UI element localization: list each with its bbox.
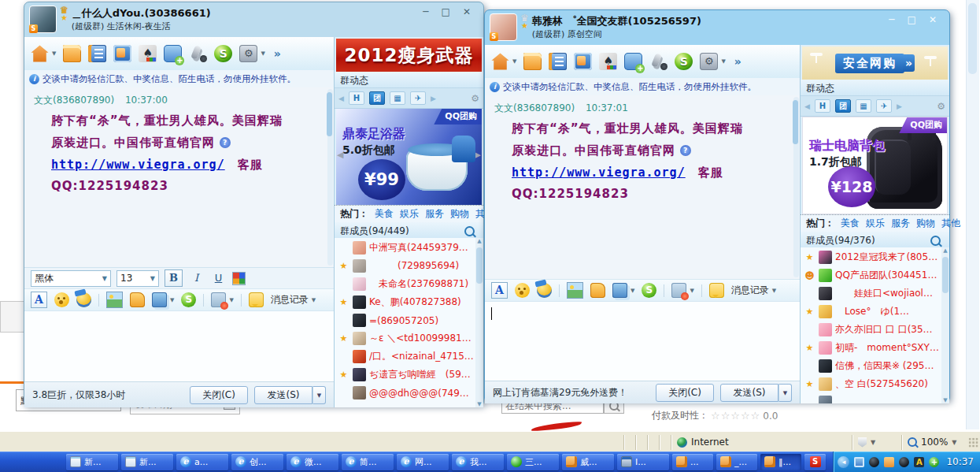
groupbuy-ad[interactable]: QQ团购 瑞士电脑背包 1.7折包邮 ¥128 — [802, 117, 948, 214]
member-row[interactable]: 娃娃口<wojiaol… — [802, 284, 940, 303]
scrollbar-thumb[interactable] — [476, 247, 483, 284]
resize-grip[interactable] — [968, 437, 978, 448]
font-color-icon[interactable] — [232, 272, 246, 285]
font-size-select[interactable]: 13 ▼ — [116, 270, 159, 287]
qq-penguin-icon[interactable] — [899, 457, 909, 467]
member-row[interactable]: ★Ke、鹏(407827388) — [336, 293, 474, 311]
tab-group-buy[interactable]: 团 — [369, 91, 385, 105]
message-input[interactable] — [485, 302, 800, 381]
taskbar-button[interactable]: e简... — [342, 454, 394, 470]
member-row[interactable]: ★ (729895694) — [336, 257, 474, 275]
chevron-down-icon[interactable]: ▼ — [312, 297, 316, 303]
send-options-icon[interactable]: ▼ — [778, 384, 792, 402]
chat-scrollbar[interactable] — [793, 97, 799, 277]
member-row[interactable]: ★初晴- moment°SXY(9… — [802, 339, 940, 357]
member-list[interactable]: 中洲写真(2445937922) ★ (729895694) 未命名(23769… — [335, 238, 483, 407]
hot-link-fun[interactable]: 娱乐 — [400, 207, 419, 221]
share-folder-icon[interactable] — [63, 45, 81, 62]
close-button[interactable]: ✕ — [463, 6, 471, 17]
hot-link-service[interactable]: 服务 — [425, 207, 444, 221]
tab-scroll-left-icon[interactable]: ◀ — [804, 102, 810, 110]
qq-service-icon[interactable] — [675, 53, 693, 70]
message-records-icon[interactable] — [249, 292, 264, 307]
taskbar-button[interactable]: e微... — [287, 454, 338, 470]
games-icon[interactable] — [599, 53, 617, 70]
taskbar-button[interactable]: 新... — [66, 454, 118, 470]
tray-collapse-icon[interactable]: ◂ — [838, 456, 849, 468]
member-search-icon[interactable] — [930, 236, 941, 246]
member-row[interactable]: 未命名(237698871) — [336, 275, 474, 293]
input-method-icon[interactable]: A — [914, 457, 924, 467]
group-avatar[interactable]: S — [490, 13, 517, 41]
member-list-icon[interactable] — [549, 53, 567, 70]
member-row[interactable]: ★2012皇冠我来了(8053110… — [802, 248, 940, 266]
create-chat-icon[interactable] — [164, 45, 182, 62]
tab-travel-icon[interactable]: ✈ — [876, 99, 892, 113]
member-row[interactable]: @@@dh@@@(749824912) — [336, 384, 474, 402]
hot-link-shopping[interactable]: 购物 — [916, 217, 935, 230]
chevron-down-icon[interactable]: ▼ — [52, 50, 56, 57]
send-file-icon[interactable] — [590, 283, 605, 298]
send-button[interactable]: 发送(S) — [720, 384, 778, 402]
scroll-down-icon[interactable]: ▼ — [477, 401, 481, 407]
member-scrollbar[interactable]: ▲▼ — [475, 238, 483, 407]
taskbar-button[interactable]: 威... — [562, 454, 614, 470]
nudge-icon[interactable] — [211, 292, 226, 307]
magic-emoticon-icon[interactable] — [537, 283, 552, 298]
member-search-icon[interactable] — [464, 226, 475, 236]
security-shield-icon[interactable]: + — [929, 457, 939, 467]
group-avatar[interactable]: S — [29, 6, 57, 33]
hot-link-fun[interactable]: 娱乐 — [866, 217, 885, 230]
member-row[interactable]: =(869057205) — [336, 311, 474, 329]
taskbar-button[interactable]: e网... — [397, 454, 449, 470]
font-toggle-icon[interactable]: A — [31, 292, 47, 308]
member-scrollbar[interactable]: ▲▼ — [941, 247, 949, 403]
chevron-down-icon[interactable]: ▼ — [261, 50, 264, 57]
url-safety-icon[interactable]: ? — [680, 145, 691, 156]
scroll-up-icon[interactable]: ▲ — [477, 238, 481, 244]
maximize-button[interactable]: □ — [908, 14, 916, 25]
games-icon[interactable] — [139, 45, 157, 62]
tab-settings-icon[interactable]: ⚙ — [937, 101, 945, 112]
member-row[interactable] — [802, 393, 940, 403]
member-row[interactable]: ★～ε ＼<td10099981… — [336, 329, 474, 347]
nudge-icon[interactable] — [671, 283, 686, 298]
scrollbar-thumb[interactable] — [793, 100, 798, 144]
network-icon[interactable] — [854, 457, 864, 467]
scroll-up-icon[interactable]: ▲ — [943, 247, 947, 254]
send-file-icon[interactable] — [130, 292, 145, 307]
font-family-select[interactable]: 黑体 ▼ — [31, 270, 111, 287]
protected-mode-cell[interactable]: ▼ — [852, 435, 901, 450]
member-row[interactable]: ★ Lose° ゆ(1… — [802, 303, 940, 321]
tab-scroll-right-icon[interactable]: ▶ — [897, 102, 902, 110]
member-row[interactable]: 中洲写真(2445937922) — [336, 239, 474, 257]
taskbar-button[interactable]: I... — [617, 454, 669, 470]
member-row[interactable]: /口。<nizainal_47151712… — [336, 347, 474, 366]
close-chat-button[interactable]: 关闭(C) — [190, 386, 248, 404]
italic-button[interactable]: I — [188, 270, 205, 286]
taskbar-button-active[interactable]: ‖... — [760, 454, 801, 470]
screenshot-icon[interactable] — [152, 292, 167, 307]
tab-group-buy[interactable]: 团 — [835, 99, 851, 113]
scrollbar-thumb[interactable] — [942, 257, 949, 293]
message-input[interactable] — [24, 311, 334, 381]
taskbar-button[interactable]: e创... — [231, 454, 283, 470]
member-row[interactable]: 亦久亦旧口 口 口(35… — [802, 321, 940, 339]
toolbar-overflow-icon[interactable]: » — [274, 47, 281, 60]
close-chat-button[interactable]: 关闭(C) — [656, 384, 714, 402]
tab-travel-icon[interactable]: ✈ — [410, 91, 426, 105]
tab-scroll-right-icon[interactable]: ▶ — [431, 95, 436, 102]
ad-banner[interactable]: 安全网购 » — [802, 46, 948, 80]
scrollbar-thumb[interactable] — [327, 92, 332, 136]
tab-scroll-left-icon[interactable]: ◀ — [338, 95, 344, 102]
message-records-label[interactable]: 消息记录 — [271, 293, 309, 307]
maximize-button[interactable]: □ — [442, 6, 450, 17]
create-chat-icon[interactable] — [624, 53, 642, 70]
voice-icon[interactable] — [189, 45, 207, 62]
settings-icon[interactable] — [239, 45, 257, 62]
toolbar-overflow-icon[interactable]: » — [734, 55, 741, 68]
scrollbar-thumb[interactable] — [968, 3, 977, 74]
screenshot-icon[interactable] — [612, 283, 627, 298]
tab-h[interactable]: H — [349, 91, 364, 105]
image-icon[interactable] — [567, 282, 583, 299]
